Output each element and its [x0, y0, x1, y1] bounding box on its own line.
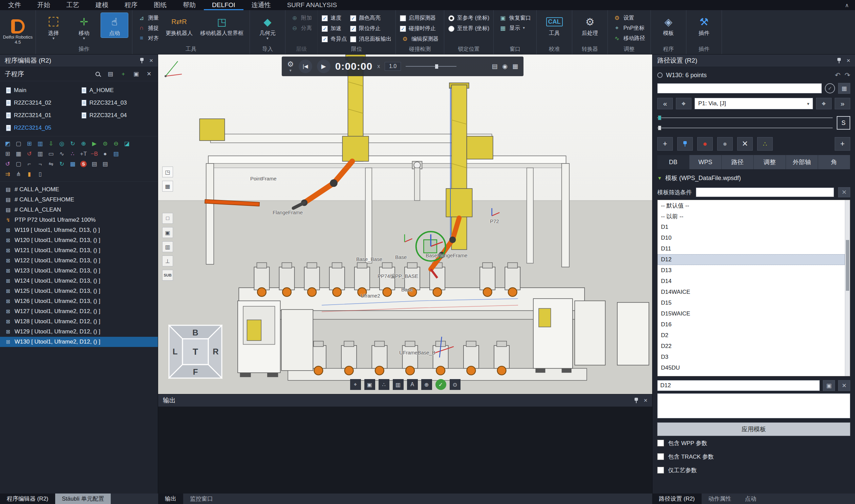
template-d15waice[interactable]: D15WAICE	[658, 308, 845, 319]
speed-limit-checkbox[interactable]: ✓速度	[322, 14, 347, 23]
collision-config-icon[interactable]: ⊕	[421, 379, 432, 390]
geometry-button[interactable]: ◆ 几何元 ▾	[254, 13, 281, 41]
undo-icon[interactable]: ↶	[835, 71, 840, 79]
grid-icon[interactable]: ⊞	[3, 149, 13, 158]
doc-b-icon[interactable]: ▤	[100, 159, 110, 168]
statusbar-monitor[interactable]: 监控窗口	[183, 493, 220, 504]
template-d12[interactable]: D12	[658, 254, 845, 265]
tab-external-axis[interactable]: 外部轴	[786, 155, 818, 169]
tab-path[interactable]: 路径	[722, 155, 754, 169]
doc-a-icon[interactable]: ▤	[89, 159, 99, 168]
template-name-input[interactable]	[657, 380, 820, 391]
point-radio-icon[interactable]	[657, 72, 663, 78]
align-button[interactable]: ≡对齐	[137, 34, 160, 43]
cube-view-icon[interactable]: □	[162, 213, 173, 224]
record-video-icon[interactable]: ◉	[502, 62, 507, 70]
statement-call-clean[interactable]: ▤ # CALL A_CLEAN	[0, 205, 158, 215]
template-d14waice[interactable]: D14WAICE	[658, 287, 845, 298]
message-output-checkbox[interactable]: 消息面板输出	[350, 35, 391, 44]
menu-start[interactable]: 开始	[29, 0, 58, 10]
statusbar-program-editor[interactable]: 程序编辑器 (R2)	[0, 493, 55, 504]
text-label-icon[interactable]: A	[407, 379, 418, 390]
record-button[interactable]: ●	[697, 137, 713, 151]
statement-w120[interactable]: ⊠ W120 [ Utool1, Uframe2, D13, () ]	[0, 235, 158, 246]
statusbar-path-settings[interactable]: 路径设置 (R2)	[652, 493, 701, 504]
close-icon[interactable]: ×	[149, 57, 153, 64]
run-all-icon[interactable]: ⊜	[100, 139, 110, 148]
menu-modeling[interactable]: 建模	[87, 0, 117, 10]
singularity-checkbox[interactable]: ✓奇异点	[322, 35, 347, 44]
collapse-ribbon-icon[interactable]: ∧	[845, 2, 849, 8]
template-filter-input[interactable]	[696, 187, 834, 197]
statement-w123[interactable]: ⊠ W123 [ Utool1, Uframe2, D13, () ]	[0, 266, 158, 276]
select-button[interactable]: 选择 ▾	[40, 13, 67, 41]
folder-icon[interactable]: ▭	[46, 149, 56, 158]
template-button[interactable]: ◈ 模板	[655, 13, 682, 38]
statement-w128[interactable]: ⊠ W128 [ Utool1, Uframe2, D12, () ]	[0, 317, 158, 327]
delete-program-icon[interactable]: ✕	[145, 70, 153, 78]
plugin-button[interactable]: ⚒ 插件	[691, 13, 717, 38]
redo-icon[interactable]: ↷	[844, 71, 850, 79]
layers-icon[interactable]: ▣	[162, 227, 173, 238]
statement-w121[interactable]: ⊠ W121 [ Utool1, Uframe2, D13, () ]	[0, 246, 158, 255]
program-main[interactable]: Main	[3, 84, 79, 96]
edit-detector-button[interactable]: ⚙编辑探测器	[400, 35, 440, 43]
move-robot-world-frame-button[interactable]: ◳ 移动机器人世界框	[198, 13, 246, 38]
bars-icon[interactable]: ▮	[24, 169, 34, 179]
s-mode-button[interactable]: S	[837, 116, 850, 130]
tab-adjust[interactable]: 调整	[754, 155, 786, 169]
template-default[interactable]: -- 默认值 --	[658, 200, 845, 211]
scatter-icon[interactable]: ∴	[68, 149, 77, 158]
move-button[interactable]: ✛ 移动 ▾	[70, 13, 97, 41]
statement-w126[interactable]: ⊠ W126 [ Utool1, Uframe2, D13, () ]	[0, 296, 158, 306]
skip-to-start-button[interactable]: |◀	[299, 59, 312, 73]
post-process-button[interactable]: ⚙ 后处理	[576, 13, 603, 38]
program-r2zc3214-04[interactable]: R2ZC3214_04	[79, 109, 155, 122]
frame-select-icon[interactable]: ▦	[162, 181, 173, 192]
template-d2[interactable]: D2	[658, 330, 845, 341]
playback-settings-icon[interactable]: ⚙▾	[287, 60, 294, 72]
add-program-icon[interactable]: +	[119, 70, 127, 78]
play-statement-icon[interactable]: ▶	[89, 139, 99, 148]
insert-below-icon[interactable]: ⇩	[46, 139, 56, 148]
program-r2zc3214-02[interactable]: R2ZC3214_02	[3, 96, 79, 109]
close-icon[interactable]: ×	[847, 57, 850, 64]
cycle-icon[interactable]: ↻	[57, 159, 67, 168]
limit-stop-checkbox[interactable]: ✓限位停止	[350, 24, 391, 33]
move-path-button[interactable]: ∿移动路径	[612, 34, 646, 43]
probe-next-icon[interactable]: ⌖	[816, 98, 832, 109]
undo-icon[interactable]: ↺	[24, 149, 34, 158]
search-icon[interactable]	[93, 70, 102, 78]
cube-icon[interactable]: ▦	[14, 149, 23, 158]
tab-db[interactable]: DB	[657, 155, 690, 169]
template-d16[interactable]: D16	[658, 319, 845, 330]
program-r2zc3214-03[interactable]: R2ZC3214_03	[79, 96, 155, 109]
report-icon[interactable]: ▯	[35, 169, 45, 179]
menu-process[interactable]: 工艺	[58, 0, 87, 10]
fill-icon[interactable]: ▩	[68, 159, 77, 168]
output-log[interactable]	[158, 407, 652, 493]
cursor-select-icon[interactable]: ◩	[3, 139, 13, 148]
menu-help[interactable]: 帮助	[175, 0, 204, 10]
delete-point-button[interactable]: ✕	[737, 137, 753, 151]
statusbar-output[interactable]: 输出	[158, 493, 183, 504]
status-ok-icon[interactable]: ✓	[435, 379, 446, 390]
pnp-coords-button[interactable]: ⌖PnP坐标	[612, 24, 646, 33]
template-d15[interactable]: D15	[658, 298, 845, 308]
fullscreen-icon[interactable]: ◳	[162, 166, 173, 177]
template-section-header[interactable]: ▼ 模板 (WPS_DataFile.wpsdf)	[657, 170, 850, 185]
clear-filter-icon[interactable]: ✕	[838, 187, 850, 197]
statement-call-home[interactable]: ▤ # CALL A_HOME	[0, 184, 158, 195]
probe-prev-icon[interactable]: ⌖	[676, 98, 692, 109]
detach-button[interactable]: ⊖分离	[289, 24, 313, 33]
first-point-button[interactable]: «	[657, 98, 673, 109]
frame-icon[interactable]: ▢	[14, 139, 23, 148]
save-template-icon[interactable]: ▣	[823, 380, 835, 391]
apply-template-button[interactable]: 应用模板	[657, 422, 850, 436]
statement-w129[interactable]: ⊠ W129 [ Utool1, Uframe2, D12, () ]	[0, 327, 158, 337]
statement-w127[interactable]: ⊠ W127 [ Utool1, Uframe2, D12, () ]	[0, 306, 158, 317]
3d-viewport[interactable]: PointFrame FlangeFrame P72 Base_Base Bas…	[158, 54, 652, 394]
template-d3[interactable]: D3	[658, 352, 845, 362]
chart-icon[interactable]: ▥	[162, 241, 173, 252]
display-menu-button[interactable]: ▦显示▾	[498, 24, 532, 33]
